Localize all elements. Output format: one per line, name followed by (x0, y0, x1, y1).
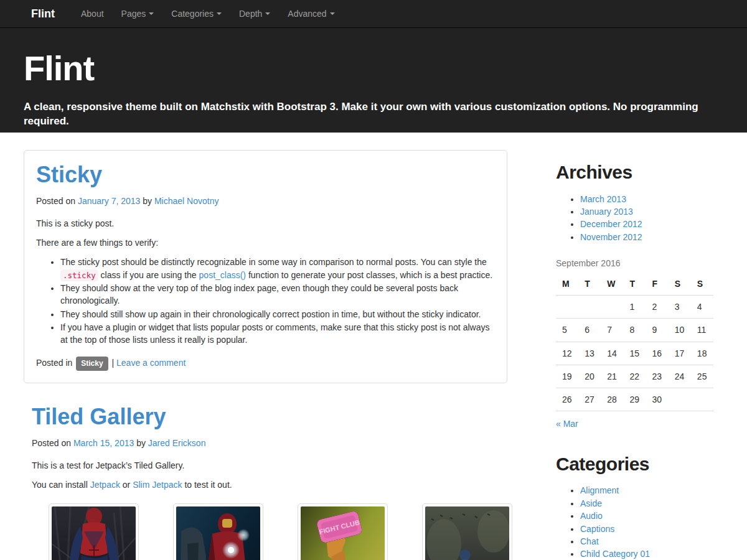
sticky-category-badge[interactable]: Sticky (76, 357, 108, 371)
archive-link[interactable]: November 2012 (580, 232, 642, 242)
calendar-day: 8 (623, 319, 646, 342)
calendar-day: 24 (669, 365, 691, 388)
main-content: Sticky Posted on January 7, 2013 by Mich… (24, 150, 507, 560)
category-link[interactable]: Child Category 01 (580, 549, 650, 559)
post-body: This is a test for Jetpack’s Tiled Galle… (32, 459, 499, 560)
calendar-day: 7 (601, 319, 623, 342)
nav-item-pages[interactable]: Pages (113, 0, 163, 28)
nav-item-advanced[interactable]: Advanced (279, 0, 343, 28)
archives-list: March 2013 January 2013 December 2012 No… (556, 194, 713, 244)
list-item: Child Category 01 (580, 548, 713, 560)
calendar-day: 21 (601, 365, 623, 388)
nav-item-depth[interactable]: Depth (230, 0, 279, 28)
post-author-link[interactable]: Jared Erickson (148, 438, 206, 448)
list-item: The sticky post should be distinctly rec… (60, 256, 495, 281)
sticky-post-card: Sticky Posted on January 7, 2013 by Mich… (24, 150, 507, 383)
calendar-day: 9 (646, 319, 669, 342)
category-link[interactable]: Chat (580, 536, 599, 546)
chevron-down-icon (330, 12, 335, 15)
brand-link[interactable]: Flint (31, 6, 62, 22)
nav-item-about[interactable]: About (72, 0, 113, 28)
category-link[interactable]: Captions (580, 524, 614, 534)
archive-link[interactable]: March 2013 (580, 194, 626, 204)
captain-america-poster[interactable] (422, 503, 512, 560)
calendar-day (556, 295, 578, 318)
calendar-prev-month-link[interactable]: « Mar (556, 418, 578, 430)
calendar-day: 18 (691, 342, 713, 365)
post-class-link[interactable]: post_class() (199, 270, 246, 280)
calendar-day (578, 295, 601, 318)
calendar-day: 26 (556, 388, 578, 411)
nav-item-label: Pages (121, 7, 146, 20)
leave-comment-link[interactable]: Leave a comment (116, 358, 186, 368)
list-item: They should still show up again in their… (60, 308, 495, 320)
nav-item-label: Advanced (288, 7, 326, 20)
iron-man-poster[interactable] (173, 503, 263, 560)
post-title-tiled-gallery[interactable]: Tiled Gallery (32, 404, 499, 429)
post-footer: Posted in Sticky | Leave a comment (36, 357, 495, 371)
post-title-sticky[interactable]: Sticky (36, 162, 495, 187)
list-item: Chat (580, 536, 713, 548)
paragraph-text: to test it out. (184, 480, 232, 490)
archive-link[interactable]: January 2013 (580, 207, 633, 217)
archive-link[interactable]: December 2012 (580, 219, 642, 229)
nav-item-label: Depth (239, 7, 262, 20)
post-meta: Posted on January 7, 2013 by Michael Nov… (36, 195, 495, 207)
calendar-day: 3 (669, 295, 691, 318)
list-item: Captions (580, 523, 713, 535)
nav-item-label: Categories (171, 7, 214, 20)
paragraph-text: or (123, 480, 130, 490)
site-title: Flint (24, 49, 722, 88)
separator: | (112, 358, 115, 368)
calendar-day-header: M (556, 273, 578, 296)
post-author-link[interactable]: Michael Novotny (154, 196, 219, 206)
list-item: January 2013 (580, 206, 713, 218)
calendar-day: 19 (556, 365, 578, 388)
paragraph: There are a few things to verify: (36, 236, 495, 249)
post-date-link[interactable]: March 15, 2013 (73, 438, 134, 448)
list-item: December 2012 (580, 218, 713, 230)
calendar-day: 17 (669, 342, 691, 365)
calendar-day: 16 (646, 342, 669, 365)
nav-item-categories[interactable]: Categories (162, 0, 230, 28)
list-item-text: function to generate your post classes, … (248, 270, 492, 280)
calendar-day: 13 (578, 342, 601, 365)
calendar-day: 25 (691, 365, 713, 388)
site-tagline: A clean, responsive theme built on Match… (24, 100, 721, 129)
fight-club-poster[interactable]: FIGHT CLUB (298, 503, 388, 560)
calendar-day: 29 (623, 388, 646, 411)
top-navbar: Flint About Pages Categories Depth Advan… (0, 0, 747, 28)
by-label: by (143, 196, 152, 206)
category-link[interactable]: Alignment (580, 485, 619, 495)
paragraph: This is a test for Jetpack’s Tiled Galle… (32, 459, 499, 472)
category-link[interactable]: Audio (580, 511, 603, 521)
list-item: November 2012 (580, 231, 713, 243)
post-date-link[interactable]: January 7, 2013 (78, 196, 140, 206)
jetpack-link[interactable]: Jetpack (90, 480, 120, 490)
list-item: If you have a plugin or widget that list… (60, 321, 495, 347)
posted-in-label: Posted in (36, 358, 72, 368)
chevron-down-icon (149, 12, 154, 15)
calendar-day: 27 (578, 388, 601, 411)
calendar-day: 2 (646, 295, 669, 318)
calendar-day-header: F (646, 273, 669, 296)
slim-jetpack-link[interactable]: Slim Jetpack (133, 480, 182, 490)
calendar-day: 14 (601, 342, 623, 365)
calendar-day-header: W (601, 273, 623, 296)
verify-list: The sticky post should be distinctly rec… (36, 256, 495, 346)
archives-heading: Archives (556, 159, 713, 186)
calendar-day-header: S (691, 273, 713, 296)
list-item: Aside (580, 498, 713, 510)
calendar-day: 15 (623, 342, 646, 365)
calendar-day: 12 (556, 342, 578, 365)
post-body: This is a sticky post. There are a few t… (36, 217, 495, 347)
calendar-day (601, 295, 623, 318)
paragraph: You can install Jetpack or Slim Jetpack … (32, 478, 499, 491)
spiderman-poster[interactable] (49, 503, 139, 560)
calendar-day-header: S (669, 273, 691, 296)
chevron-down-icon (217, 12, 222, 15)
paragraph-text: You can install (32, 480, 88, 490)
sticky-class-code: .sticky (60, 269, 98, 281)
category-link[interactable]: Aside (580, 498, 602, 508)
calendar-day: 11 (691, 319, 713, 342)
